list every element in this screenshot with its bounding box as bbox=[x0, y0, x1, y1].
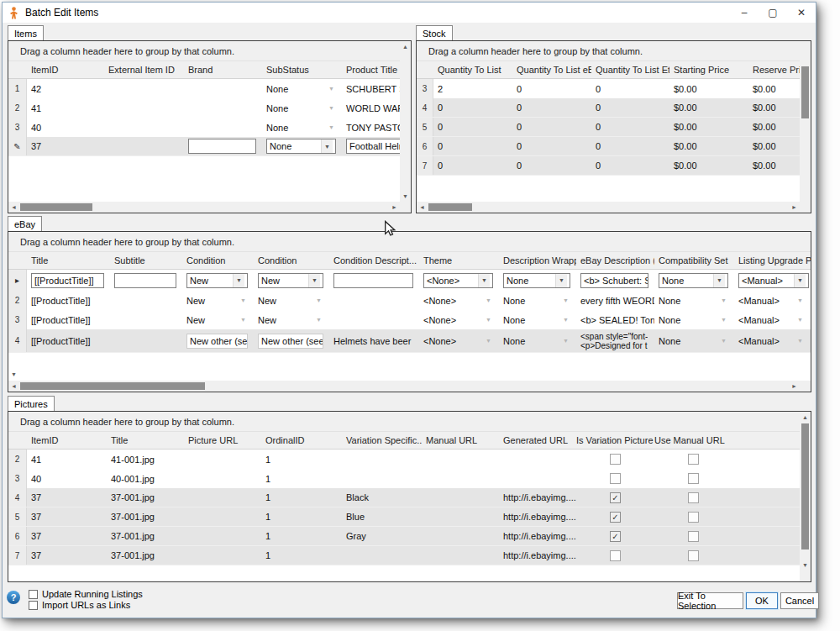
table-row[interactable]: 4 37 37-001.jpg 1 Black http://i.ebayimg… bbox=[8, 488, 811, 507]
import-urls-as-links-checkbox[interactable] bbox=[29, 601, 38, 610]
chevron-down-icon[interactable]: ▼ bbox=[321, 139, 333, 153]
column-header-subtitle[interactable]: Subtitle bbox=[110, 255, 182, 266]
is-variation-checkbox[interactable] bbox=[610, 454, 621, 465]
scroll-up-icon[interactable]: ▲ bbox=[400, 41, 411, 52]
table-row[interactable]: 2 [[ProductTitle]] New▼ New▼ <None>▼ Non… bbox=[8, 291, 811, 310]
table-row[interactable]: 7 0 0 0 $0.00 $0.00 bbox=[417, 156, 811, 176]
use-manual-url-checkbox[interactable] bbox=[688, 454, 699, 465]
table-row[interactable]: 2 41 None▼ WORLD WAR II I bbox=[8, 98, 411, 118]
scrollbar-thumb[interactable] bbox=[801, 423, 809, 549]
is-variation-checkbox[interactable]: ✓ bbox=[610, 531, 621, 542]
column-header-generated-url[interactable]: Generated URL bbox=[499, 435, 576, 445]
scrollbar-thumb[interactable] bbox=[20, 382, 205, 390]
is-variation-checkbox[interactable] bbox=[610, 550, 621, 561]
horizontal-scrollbar[interactable]: ◄ ► bbox=[8, 202, 400, 213]
scroll-down-icon[interactable]: ▼ bbox=[800, 560, 811, 571]
column-header-title[interactable]: Title bbox=[107, 435, 184, 445]
column-header-ordinalid[interactable]: OrdinalID bbox=[261, 435, 342, 445]
table-row[interactable]: 4 [[ProductTitle]] New other (see▼ New o… bbox=[8, 329, 811, 353]
column-header-variation-specific[interactable]: Variation Specific... bbox=[342, 435, 422, 445]
chevron-down-icon[interactable]: ▼ bbox=[555, 274, 567, 287]
brand-editor[interactable] bbox=[188, 139, 256, 154]
close-button[interactable]: ✕ bbox=[787, 3, 816, 23]
use-manual-url-checkbox[interactable] bbox=[688, 531, 699, 542]
description-wrapper-dropdown[interactable]: None▼ bbox=[503, 273, 570, 288]
table-row-editing[interactable]: ▸ [[ProductTitle]] New▼ New▼ <None>▼ Non… bbox=[8, 270, 811, 291]
table-row[interactable]: 6 0 0 0 $0.00 $0.00 bbox=[417, 137, 811, 156]
vertical-scrollbar[interactable]: ▲ ▼ bbox=[800, 412, 811, 571]
tab-pictures[interactable]: Pictures bbox=[8, 396, 55, 411]
product-title-editor[interactable]: Football Helmet bbox=[346, 139, 408, 154]
chevron-down-icon[interactable]: ▼ bbox=[308, 274, 320, 287]
chevron-down-icon[interactable]: ▼ bbox=[794, 274, 806, 287]
use-manual-url-checkbox[interactable] bbox=[688, 492, 699, 503]
tab-stock[interactable]: Stock bbox=[416, 25, 453, 40]
column-header-is-variation-picture[interactable]: Is Variation Picture bbox=[576, 435, 654, 445]
table-row[interactable]: 3 2 0 0 $0.00 $0.00 bbox=[417, 79, 811, 98]
table-row[interactable]: 4 0 0 0 $0.00 $0.00 bbox=[417, 98, 811, 118]
column-header-condition-description[interactable]: Condition Descript... bbox=[329, 255, 419, 266]
scrollbar-thumb[interactable] bbox=[428, 203, 472, 211]
condition-description-editor[interactable] bbox=[333, 273, 413, 288]
column-header-condition-2[interactable]: Condition bbox=[254, 255, 329, 266]
compatibility-set-dropdown[interactable]: None▼ bbox=[659, 273, 728, 288]
column-header-itemid[interactable]: ItemID bbox=[27, 65, 104, 75]
column-header-ebay-description[interactable]: eBay Description (I... bbox=[576, 255, 654, 266]
table-row[interactable]: 3 40 None▼ TONY PASTOR M bbox=[8, 118, 411, 137]
scroll-right-icon[interactable]: ► bbox=[789, 381, 800, 392]
scrollbar-thumb[interactable] bbox=[20, 203, 92, 211]
column-header-qty-to-list[interactable]: Quantity To List bbox=[433, 65, 512, 75]
use-manual-url-checkbox[interactable] bbox=[688, 473, 699, 484]
vertical-scrollbar[interactable]: ▲ ▼ bbox=[400, 41, 411, 202]
column-header-qty-to-list-ebay[interactable]: Quantity To List eB... bbox=[512, 65, 591, 75]
condition-dropdown[interactable]: New▼ bbox=[186, 273, 248, 288]
table-row[interactable]: 3 [[ProductTitle]] New▼ New▼ <None>▼ Non… bbox=[8, 310, 811, 329]
tab-items[interactable]: Items bbox=[8, 25, 44, 40]
column-header-brand[interactable]: Brand bbox=[184, 65, 262, 75]
scroll-left-icon[interactable]: ◄ bbox=[8, 381, 19, 392]
table-row-editing[interactable]: ✎ 37 None▼ Football Helmet bbox=[8, 137, 411, 156]
table-row[interactable]: 1 42 None▼ SCHUBERT SYMI bbox=[8, 79, 411, 98]
condition-dropdown[interactable]: New other (see▼ bbox=[186, 334, 248, 349]
column-header-substatus[interactable]: SubStatus bbox=[262, 65, 342, 75]
table-row[interactable]: 5 37 37-001.jpg 1 Blue http://i.ebayimg.… bbox=[8, 507, 811, 527]
update-running-listings-label[interactable]: Update Running Listings bbox=[42, 589, 143, 599]
column-header-use-manual-url[interactable]: Use Manual URL bbox=[654, 435, 732, 445]
column-header-title[interactable]: Title bbox=[27, 255, 110, 266]
column-header-compatibility-set[interactable]: Compatibility Set bbox=[654, 255, 734, 266]
title-bar[interactable]: Batch Edit Items – ▢ ✕ bbox=[3, 3, 816, 23]
scroll-left-icon[interactable]: ◄ bbox=[8, 202, 19, 213]
table-row[interactable]: 5 0 0 0 $0.00 $0.00 bbox=[417, 118, 811, 137]
column-header-starting-price[interactable]: Starting Price bbox=[669, 65, 748, 75]
cancel-button[interactable]: Cancel bbox=[780, 592, 819, 609]
condition-dropdown-2[interactable]: New other (see▼ bbox=[258, 334, 323, 349]
condition-dropdown-2[interactable]: New▼ bbox=[258, 273, 323, 288]
column-header-manual-url[interactable]: Manual URL bbox=[422, 435, 499, 445]
is-variation-checkbox[interactable] bbox=[610, 473, 621, 484]
import-urls-as-links-label[interactable]: Import URLs as Links bbox=[42, 600, 130, 610]
title-editor[interactable]: [[ProductTitle]] bbox=[31, 273, 104, 288]
scroll-right-icon[interactable]: ► bbox=[389, 202, 400, 213]
use-manual-url-checkbox[interactable] bbox=[688, 512, 699, 523]
column-header-picture-url[interactable]: Picture URL bbox=[184, 435, 261, 445]
scroll-left-icon[interactable]: ◄ bbox=[417, 202, 428, 213]
exit-to-selection-button[interactable]: Exit To Selection bbox=[677, 592, 743, 609]
update-running-listings-checkbox[interactable] bbox=[29, 590, 38, 599]
horizontal-scrollbar[interactable]: ◄ ► bbox=[417, 202, 800, 213]
subtitle-editor[interactable] bbox=[114, 273, 176, 288]
ok-button[interactable]: OK bbox=[746, 592, 778, 609]
horizontal-scrollbar[interactable]: ◄ ► bbox=[8, 381, 800, 392]
maximize-button[interactable]: ▢ bbox=[759, 3, 787, 23]
column-header-listing-upgrade[interactable]: Listing Upgrade Pr... bbox=[734, 255, 811, 266]
substatus-dropdown[interactable]: None▼ bbox=[266, 139, 336, 154]
is-variation-checkbox[interactable]: ✓ bbox=[610, 512, 621, 523]
use-manual-url-checkbox[interactable] bbox=[688, 550, 699, 561]
scrollbar-thumb[interactable] bbox=[801, 66, 809, 118]
tab-ebay[interactable]: eBay bbox=[8, 216, 42, 231]
theme-dropdown[interactable]: <None>▼ bbox=[423, 273, 493, 288]
table-row[interactable]: 7 37 37-001.jpg 1 http://i.ebayimg.... bbox=[8, 546, 811, 565]
ebay-description-editor[interactable]: <b> Schubert: Sym bbox=[580, 273, 648, 288]
table-row[interactable]: 2 41 41-001.jpg 1 bbox=[8, 450, 811, 469]
vertical-scrollbar[interactable] bbox=[800, 41, 811, 202]
scroll-right-icon[interactable]: ► bbox=[789, 202, 800, 213]
